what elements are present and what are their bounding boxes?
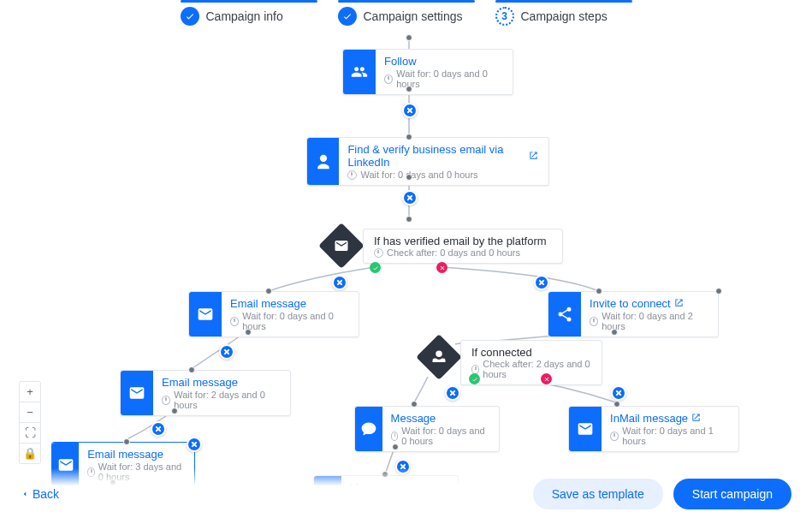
step-label: Campaign settings: [364, 9, 463, 23]
delete-connector-button[interactable]: [402, 190, 418, 205]
fit-screen-button[interactable]: ⛶: [20, 422, 40, 443]
node-title: Email message: [230, 297, 348, 310]
start-campaign-button[interactable]: Start campaign: [673, 479, 791, 509]
port[interactable]: [392, 444, 399, 450]
check-icon: [181, 7, 199, 26]
lock-canvas-button[interactable]: 🔒: [20, 443, 40, 463]
node-subtitle: Wait for: 0 days and 0 hours: [401, 426, 489, 446]
delete-connector-button[interactable]: [332, 275, 347, 290]
decision-yes-icon: [469, 373, 480, 384]
node-subtitle: Wait for: 0 days and 0 hours: [360, 170, 477, 180]
node-title: Email message: [87, 448, 184, 461]
external-link-icon[interactable]: [674, 297, 684, 310]
port[interactable]: [406, 134, 412, 140]
node-follow[interactable]: Follow Wait for: 0 days and 0 hours: [342, 49, 513, 95]
node-subtitle: Check after: 2 days and 0 hours: [483, 359, 591, 379]
clock-icon: [374, 248, 383, 258]
clock-icon: [610, 432, 619, 441]
port[interactable]: [613, 401, 620, 408]
save-template-button[interactable]: Save as template: [533, 479, 663, 509]
port[interactable]: [188, 366, 195, 373]
follow-icon: [343, 50, 376, 94]
delete-node-button[interactable]: [187, 437, 202, 452]
clock-icon: [590, 317, 598, 326]
node-title: InMail message: [610, 412, 688, 425]
node-subtitle: Wait for: 2 days and 0 hours: [174, 390, 280, 410]
step-number: 3: [495, 7, 514, 26]
decision-verified-email-body[interactable]: If has verified email by the platform Ch…: [363, 229, 563, 264]
stepper-campaign-info[interactable]: Campaign info: [181, 7, 317, 26]
clock-icon: [162, 396, 170, 405]
node-subtitle: Wait for: 0 days and 1 hours: [622, 426, 728, 446]
port[interactable]: [611, 329, 618, 336]
delete-connector-button[interactable]: [402, 103, 418, 118]
decision-no-icon: [436, 262, 447, 273]
zoom-out-button[interactable]: −: [20, 402, 40, 422]
delete-connector-button[interactable]: [151, 421, 166, 437]
node-title: If has verified email by the platform: [374, 235, 552, 247]
footer-bar: Back Save as template Start campaign: [0, 468, 812, 524]
node-title: Message: [391, 412, 489, 425]
port[interactable]: [171, 408, 178, 414]
port[interactable]: [265, 288, 272, 295]
check-icon: [338, 7, 357, 26]
node-title: Invite to connect: [590, 297, 671, 310]
port[interactable]: [406, 86, 412, 92]
envelope-icon: [569, 407, 602, 451]
port[interactable]: [715, 288, 722, 295]
node-email-2[interactable]: Email message Wait for: 2 days and 0 hou…: [120, 370, 291, 416]
node-title: Follow: [384, 55, 502, 68]
delete-connector-button[interactable]: [219, 344, 234, 360]
zoom-in-button[interactable]: +: [20, 382, 40, 402]
port[interactable]: [406, 216, 412, 223]
delete-connector-button[interactable]: [611, 385, 626, 401]
external-link-icon[interactable]: [691, 412, 701, 425]
chevron-left-icon: [21, 490, 29, 498]
node-find-verify-email[interactable]: Find & verify business email via LinkedI…: [306, 137, 549, 186]
back-button[interactable]: Back: [21, 487, 59, 501]
clock-icon: [230, 317, 239, 326]
chat-icon: [355, 407, 382, 451]
step-label: Campaign steps: [521, 9, 608, 23]
node-inmail[interactable]: InMail message Wait for: 0 days and 1 ho…: [568, 406, 739, 452]
share-icon: [548, 292, 581, 336]
back-label: Back: [33, 487, 59, 501]
node-subtitle: Wait for: 0 days and 0 hours: [396, 68, 502, 89]
node-message-1[interactable]: Message Wait for: 0 days and 0 hours: [354, 406, 500, 452]
stepper-campaign-settings[interactable]: Campaign settings: [338, 7, 475, 26]
envelope-icon: [189, 292, 222, 336]
step-label: Campaign info: [206, 9, 283, 23]
node-title: Email message: [162, 376, 280, 389]
node-title: If connected: [471, 346, 591, 359]
wizard-stepper: Campaign info Campaign settings 3 Campai…: [0, 0, 812, 26]
external-link-icon[interactable]: [529, 150, 538, 163]
clock-icon: [384, 74, 393, 84]
envelope-icon: [121, 371, 153, 415]
decision-no-icon: [541, 373, 552, 384]
linkedin-user-icon: [307, 138, 339, 185]
port[interactable]: [245, 329, 252, 336]
node-subtitle: Wait for: 0 days and 2 hours: [602, 311, 708, 331]
node-title: Find & verify business email via LinkedI…: [347, 143, 525, 169]
decision-yes-icon: [370, 262, 381, 273]
delete-connector-button[interactable]: [534, 275, 549, 290]
node-email-1[interactable]: Email message Wait for: 0 days and 0 hou…: [188, 291, 359, 337]
delete-connector-button[interactable]: [445, 385, 460, 401]
decision-connected-diamond[interactable]: [416, 334, 462, 380]
port[interactable]: [406, 174, 412, 181]
clock-icon: [391, 432, 399, 441]
node-subtitle: Check after: 0 days and 0 hours: [387, 247, 520, 258]
clock-icon: [471, 365, 479, 374]
port[interactable]: [123, 438, 130, 445]
clock-icon: [347, 170, 357, 180]
node-subtitle: Wait for: 0 days and 0 hours: [242, 311, 348, 331]
port[interactable]: [406, 34, 412, 41]
stepper-campaign-steps[interactable]: 3 Campaign steps: [495, 7, 632, 26]
zoom-controls: + − ⛶ 🔒: [19, 381, 41, 464]
decision-verified-email-diamond[interactable]: [318, 223, 365, 269]
node-invite-connect[interactable]: Invite to connect Wait for: 0 days and 2…: [548, 291, 719, 337]
port[interactable]: [596, 288, 602, 295]
decision-connected-body[interactable]: If connected Check after: 2 days and 0 h…: [460, 340, 602, 385]
port[interactable]: [411, 401, 418, 408]
